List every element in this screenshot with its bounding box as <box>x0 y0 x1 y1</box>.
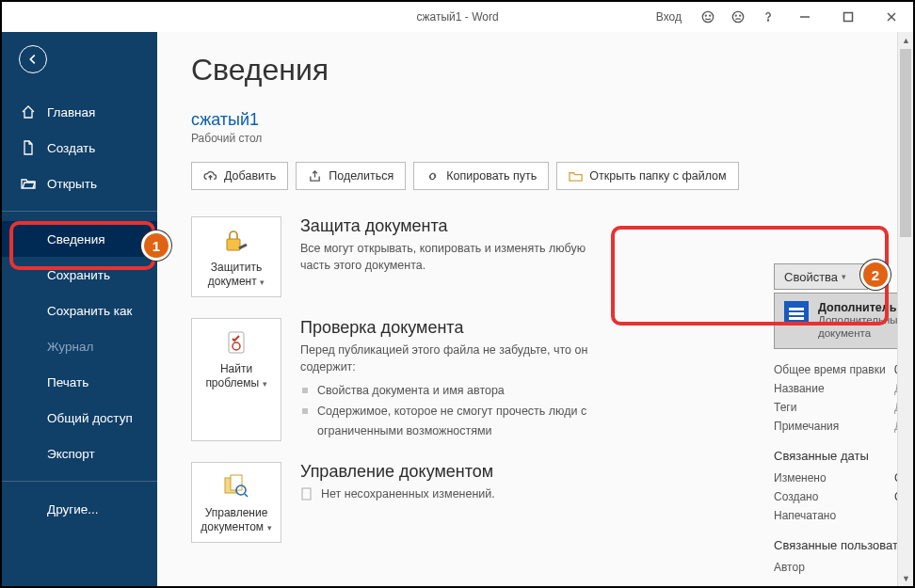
frown-icon[interactable] <box>723 2 753 32</box>
annotation-badge-2: 2 <box>860 260 891 290</box>
document-icon <box>21 140 36 155</box>
back-button[interactable] <box>19 45 47 73</box>
inspect-section: Найти проблемы ▾ Проверка документа Пере… <box>191 318 594 441</box>
annotation-badge-1: 1 <box>141 230 171 261</box>
sidebar-divider <box>2 211 157 212</box>
manage-document-button[interactable]: Управление документом ▾ <box>191 462 281 543</box>
sidebar-item-label: Сохранить как <box>47 304 132 318</box>
smile-icon[interactable] <box>693 2 723 32</box>
sidebar-item-label: Главная <box>47 105 95 119</box>
document-name: сжатый1 <box>191 110 913 130</box>
svg-point-2 <box>710 15 711 16</box>
property-table: Общее время правки0 мин НазваниеДобавить… <box>774 360 913 577</box>
protect-desc: Все могут открывать, копировать и изменя… <box>300 240 594 274</box>
share-button[interactable]: Поделиться <box>296 162 406 190</box>
minimize-button[interactable] <box>783 2 827 32</box>
window-title: сжатый1 - Word <box>416 10 498 24</box>
document-location: Рабочий стол <box>191 132 913 145</box>
protect-title: Защита документа <box>300 216 594 236</box>
scroll-up-arrow[interactable]: ▲ <box>898 32 913 48</box>
svg-rect-18 <box>302 488 311 500</box>
scrollbar-thumb[interactable] <box>900 49 911 237</box>
svg-rect-11 <box>227 239 240 250</box>
sidebar-item-label: Открыть <box>47 177 97 191</box>
titlebar-controls: Вход <box>656 2 913 32</box>
sidebar-divider <box>2 481 157 482</box>
protect-section: Защитить документ ▾ Защита документа Все… <box>191 216 594 297</box>
vertical-scrollbar[interactable]: ▲ ▼ <box>897 32 913 586</box>
help-icon[interactable] <box>753 2 783 32</box>
properties-list-icon <box>784 301 809 326</box>
properties-dropdown-button[interactable]: Свойства ▾ <box>774 263 868 290</box>
sidebar-item-export[interactable]: Экспорт <box>2 436 157 471</box>
inspect-document-button[interactable]: Найти проблемы ▾ <box>191 318 281 441</box>
chevron-down-icon: ▾ <box>260 379 267 389</box>
open-folder-button[interactable]: Открыть папку с файлом <box>556 162 738 190</box>
close-button[interactable] <box>870 2 913 32</box>
document-small-icon <box>300 487 313 501</box>
sidebar-item-label: Экспорт <box>47 447 95 461</box>
home-icon <box>21 104 36 119</box>
manage-desc: Нет несохраненных изменений. <box>321 485 495 502</box>
link-icon <box>425 169 440 183</box>
properties-panel: Свойства ▾ Дополнительные свойства Допол… <box>774 263 913 577</box>
folder-icon <box>569 169 583 183</box>
advanced-properties-item[interactable]: Дополнительные свойства Дополнительные с… <box>775 294 913 348</box>
inspect-title: Проверка документа <box>300 318 594 338</box>
inspect-item: Содержимое, которое не смогут прочесть л… <box>300 402 594 442</box>
sidebar-item-new[interactable]: Создать <box>2 130 157 166</box>
svg-point-6 <box>767 20 768 21</box>
sidebar-item-label: Сведения <box>47 232 105 246</box>
scroll-down-arrow[interactable]: ▼ <box>898 570 913 586</box>
related-people-heading: Связанные пользователи <box>774 538 913 552</box>
maximize-button[interactable] <box>827 2 870 32</box>
chevron-down-icon: ▾ <box>258 278 265 287</box>
sidebar-item-label: Печать <box>47 375 88 389</box>
sidebar-item-label: Другие... <box>47 502 98 516</box>
titlebar: сжатый1 - Word Вход <box>2 2 913 32</box>
page-heading: Сведения <box>191 53 913 87</box>
content-pane: Сведения сжатый1 Рабочий стол Добавить П… <box>157 32 913 586</box>
svg-point-5 <box>740 15 741 16</box>
manage-icon <box>222 472 250 501</box>
inspect-desc: Перед публикацией этого файла не забудьт… <box>300 342 594 375</box>
manage-title: Управление документом <box>300 462 495 482</box>
action-row: Добавить Поделиться Копировать путь Откр… <box>191 162 913 190</box>
sidebar-item-label: Создать <box>47 141 95 155</box>
sign-in-link[interactable]: Вход <box>656 10 682 24</box>
sidebar-item-home[interactable]: Главная <box>2 94 157 130</box>
svg-point-0 <box>702 11 713 22</box>
lock-icon <box>222 227 250 255</box>
checklist-icon <box>223 328 249 357</box>
share-icon <box>308 169 322 183</box>
sidebar-item-label: Журнал <box>47 340 93 354</box>
sidebar-item-label: Сохранить <box>47 268 110 282</box>
copy-path-button[interactable]: Копировать путь <box>413 162 549 190</box>
cloud-upload-icon <box>203 169 217 183</box>
sidebar-item-print[interactable]: Печать <box>2 364 157 400</box>
upload-button[interactable]: Добавить <box>191 162 288 190</box>
folder-open-icon <box>21 176 36 191</box>
sidebar-item-save[interactable]: Сохранить <box>2 257 157 293</box>
sidebar-item-history: Журнал <box>2 328 157 364</box>
sidebar-item-more[interactable]: Другие... <box>2 491 157 527</box>
chevron-down-icon: ▾ <box>842 272 846 281</box>
svg-rect-8 <box>844 13 853 22</box>
sidebar-item-share[interactable]: Общий доступ <box>2 400 157 436</box>
svg-point-3 <box>732 11 743 22</box>
sidebar-item-label: Общий доступ <box>47 411 133 425</box>
app-window: сжатый1 - Word Вход Главная Создать <box>0 0 915 588</box>
manage-section: Управление документом ▾ Управление докум… <box>191 462 594 543</box>
backstage-sidebar: Главная Создать Открыть Сведения Сохрани… <box>2 32 157 586</box>
protect-document-button[interactable]: Защитить документ ▾ <box>191 216 281 297</box>
properties-dropdown-menu: Дополнительные свойства Дополнительные с… <box>774 293 913 349</box>
sidebar-item-open[interactable]: Открыть <box>2 166 157 201</box>
svg-line-17 <box>245 494 248 497</box>
sidebar-item-info[interactable]: Сведения <box>2 221 157 257</box>
inspect-item: Свойства документа и имя автора <box>300 381 594 401</box>
sidebar-item-save-as[interactable]: Сохранить как <box>2 293 157 328</box>
svg-point-1 <box>705 15 706 16</box>
chevron-down-icon: ▾ <box>265 523 272 532</box>
svg-point-4 <box>735 15 736 16</box>
related-dates-heading: Связанные даты <box>774 449 913 463</box>
